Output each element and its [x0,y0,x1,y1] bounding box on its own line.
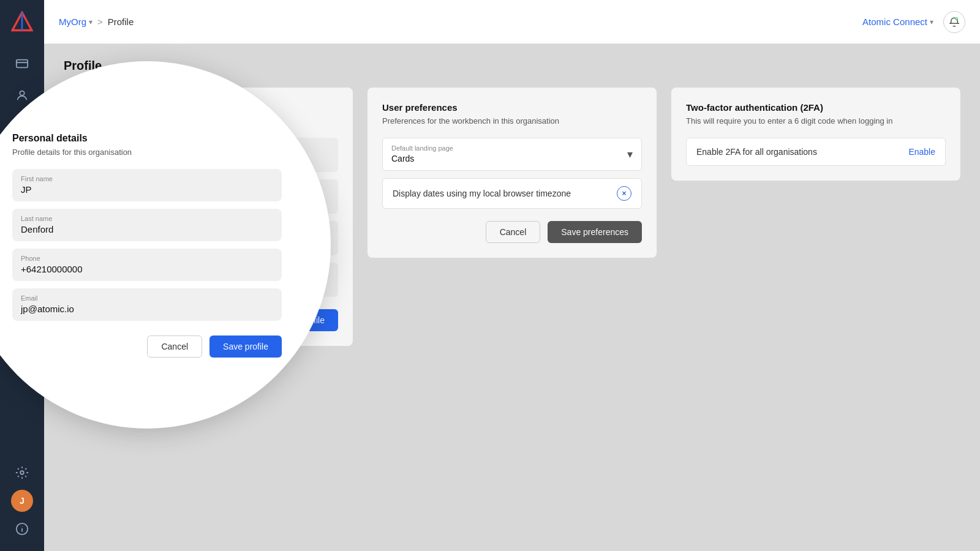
app-name-button[interactable]: Atomic Connect ▾ [862,17,933,27]
sidebar-item-user[interactable] [7,81,37,110]
sidebar-item-chart[interactable] [7,144,37,174]
sidebar-logo[interactable] [0,0,44,44]
personal-details-btn-row: Cancel Save profile [78,309,338,331]
twofa-enable-row: Enable 2FA for all organisations Enable [686,138,946,166]
first-name-field[interactable]: First name [78,138,338,172]
twofa-desc: This will require you to enter a 6 digit… [686,116,946,126]
timezone-toggle-row: Display dates using my local browser tim… [382,178,642,209]
first-name-input[interactable] [88,155,329,165]
personal-details-desc: Profile details for this organisation [78,116,338,126]
notifications-button[interactable] [943,11,965,33]
svg-line-20 [20,252,24,255]
email-field[interactable]: Email [78,263,338,297]
sidebar: J [0,0,44,551]
breadcrumb: MyOrg ▾ > Profile [59,17,858,27]
preferences-cancel-button[interactable]: Cancel [486,221,541,243]
user-preferences-desc: Preferences for the workbench in this or… [382,116,642,126]
personal-details-cancel-button[interactable]: Cancel [203,309,258,331]
topbar-right: Atomic Connect ▾ [862,11,965,33]
twofa-enable-label: Enable 2FA for all organisations [696,147,817,157]
svg-point-16 [20,221,24,225]
preferences-btn-row: Cancel Save preferences [382,221,642,243]
phone-input[interactable] [88,238,329,248]
twofa-title: Two-factor authentication (2FA) [686,102,946,113]
svg-point-17 [18,253,20,256]
app-name-label: Atomic Connect [862,17,927,27]
main-container: MyOrg ▾ > Profile Atomic Connect ▾ Profi… [44,0,980,551]
app-name-arrow: ▾ [930,18,933,26]
landing-page-label: Default landing page [391,144,453,152]
timezone-label: Display dates using my local browser tim… [393,189,571,198]
breadcrumb-page: Profile [108,17,134,27]
personal-details-title: Personal details [78,102,338,113]
org-name-label: MyOrg [59,17,86,27]
page-title: Profile [64,59,960,73]
sections-row: Personal details Profile details for thi… [64,88,960,346]
svg-rect-2 [17,60,28,68]
landing-page-arrow: ▾ [627,148,633,161]
svg-point-15 [17,218,28,228]
personal-details-save-button[interactable]: Save profile [266,309,338,331]
last-name-input[interactable] [88,197,329,206]
sidebar-item-settings-circle[interactable] [7,208,37,238]
preferences-save-button[interactable]: Save preferences [548,221,642,243]
email-input[interactable] [88,280,329,290]
personal-details-section: Personal details Profile details for thi… [64,88,353,346]
sidebar-item-settings[interactable] [7,458,37,487]
sidebar-avatar[interactable]: J [11,490,33,512]
user-preferences-title: User preferences [382,102,642,113]
svg-point-19 [24,257,27,260]
phone-field[interactable]: Phone [78,221,338,255]
twofa-enable-button[interactable]: Enable [908,147,935,157]
last-name-label: Last name [88,186,329,193]
sidebar-bottom: J [7,458,37,551]
content-area: Profile Personal details Profile details… [44,44,980,551]
topbar: MyOrg ▾ > Profile Atomic Connect ▾ [44,0,980,44]
svg-rect-12 [18,190,21,195]
svg-rect-14 [24,192,26,196]
user-preferences-section: User preferences Preferences for the wor… [368,88,657,258]
sidebar-item-users[interactable] [7,113,37,142]
last-name-field[interactable]: Last name [78,179,338,214]
svg-point-18 [24,250,27,253]
svg-point-22 [20,471,24,474]
sidebar-item-info[interactable] [7,514,37,544]
svg-line-21 [20,255,24,258]
svg-point-6 [23,124,27,127]
first-name-label: First name [88,144,329,152]
svg-point-4 [20,91,24,96]
breadcrumb-separator: > [97,17,103,27]
sidebar-item-cards[interactable] [7,49,37,78]
email-label: Email [88,269,329,277]
breadcrumb-org[interactable]: MyOrg ▾ [59,17,92,27]
sidebar-item-bar-chart[interactable] [7,176,37,206]
page: Profile Personal details Profile details… [44,44,980,551]
twofa-section: Two-factor authentication (2FA) This wil… [671,88,960,181]
sidebar-item-connections[interactable] [7,240,37,269]
svg-rect-13 [21,188,23,196]
landing-page-dropdown[interactable]: Default landing page Cards ▾ [382,138,642,171]
org-dropdown-arrow[interactable]: ▾ [89,18,92,26]
landing-page-value: Cards [391,154,414,163]
phone-label: Phone [88,228,329,235]
timezone-toggle-button[interactable]: × [617,186,631,201]
sidebar-nav [0,44,44,458]
svg-point-5 [18,123,22,127]
